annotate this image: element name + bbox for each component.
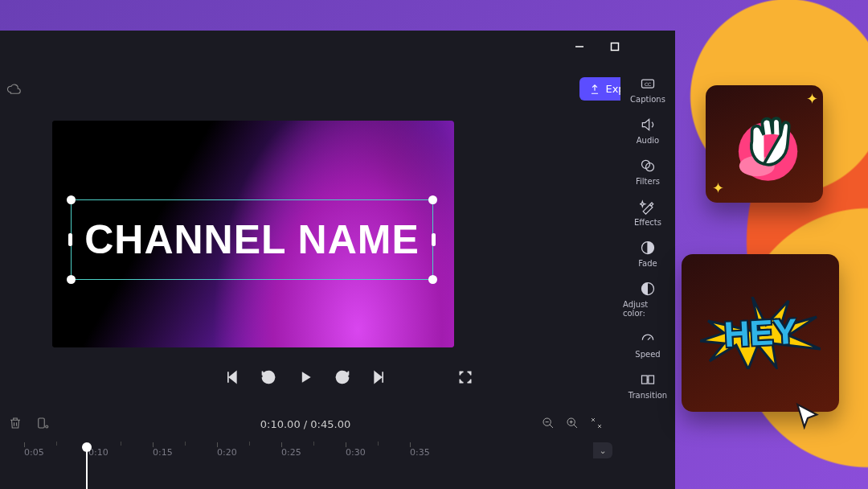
resize-handle-tr[interactable] bbox=[428, 195, 437, 204]
hey-text: HEY bbox=[723, 311, 798, 355]
cursor-icon bbox=[794, 402, 821, 433]
side-item-speed[interactable]: Speed bbox=[623, 331, 673, 359]
side-label: Fade bbox=[638, 259, 657, 268]
selected-text[interactable]: CHANNEL NAME bbox=[84, 216, 420, 263]
collapse-panel-button[interactable]: ⌄ bbox=[593, 442, 612, 458]
total-time: 0:45.00 bbox=[310, 418, 350, 430]
ruler-tick: 0:35 bbox=[410, 447, 430, 458]
current-time: 0:10.00 bbox=[260, 418, 301, 430]
svg-line-19 bbox=[648, 337, 650, 339]
zoom-in-button[interactable] bbox=[566, 417, 579, 432]
fullscreen-button[interactable] bbox=[457, 368, 474, 386]
svg-rect-21 bbox=[649, 376, 654, 384]
time-bar: 0:10.00 / 0:45.00 bbox=[0, 412, 611, 436]
ruler-tick: 0:20 bbox=[217, 447, 237, 458]
svg-point-5 bbox=[46, 425, 48, 428]
waving-hand-icon bbox=[720, 100, 809, 188]
svg-line-7 bbox=[550, 425, 553, 428]
ruler-tick: 0:05 bbox=[24, 447, 44, 458]
zoom-out-button[interactable] bbox=[542, 417, 555, 432]
resize-handle-mr[interactable] bbox=[432, 233, 436, 246]
text-selection-box[interactable]: CHANNEL NAME bbox=[71, 199, 433, 280]
side-item-filters[interactable]: Filters bbox=[623, 158, 673, 186]
side-label: Filters bbox=[636, 177, 660, 186]
side-item-captions[interactable]: CC Captions bbox=[623, 76, 673, 104]
side-item-effects[interactable]: Effects bbox=[623, 199, 673, 227]
ruler-tick: 0:30 bbox=[346, 447, 366, 458]
resize-handle-ml[interactable] bbox=[68, 233, 72, 246]
forward-5-button[interactable]: 5 bbox=[334, 368, 351, 386]
svg-rect-4 bbox=[39, 418, 45, 428]
split-button[interactable] bbox=[35, 416, 50, 433]
side-item-fade[interactable]: Fade bbox=[623, 240, 673, 268]
svg-rect-20 bbox=[642, 376, 648, 384]
minimize-button[interactable] bbox=[572, 39, 587, 54]
cloud-sync-icon[interactable] bbox=[6, 82, 21, 100]
svg-rect-1 bbox=[612, 43, 619, 51]
side-item-transition[interactable]: Transition bbox=[623, 372, 673, 400]
sparkle-icon: ✦ bbox=[712, 179, 724, 196]
playhead[interactable] bbox=[86, 444, 88, 489]
play-button[interactable] bbox=[297, 368, 314, 386]
playback-controls: 5 5 bbox=[0, 359, 611, 396]
svg-text:CC: CC bbox=[645, 82, 651, 87]
sticker-waving-hand[interactable]: ✦ ✦ bbox=[706, 85, 823, 203]
skip-forward-button[interactable] bbox=[371, 368, 388, 386]
ruler-tick: 0:25 bbox=[281, 447, 301, 458]
ruler-tick: 0:15 bbox=[153, 447, 173, 458]
side-label: Captions bbox=[630, 95, 665, 104]
time-display: 0:10.00 / 0:45.00 bbox=[260, 418, 350, 430]
fit-timeline-button[interactable] bbox=[590, 417, 603, 432]
side-item-audio[interactable]: Audio bbox=[623, 117, 673, 145]
rewind-5-button[interactable]: 5 bbox=[260, 368, 277, 386]
svg-line-10 bbox=[574, 425, 577, 428]
side-label: Speed bbox=[635, 350, 660, 359]
side-label: Effects bbox=[634, 218, 661, 227]
app-window: Export 16:9 CHANNEL NAME 5 5 0:10.00 bbox=[0, 31, 675, 489]
side-label: Audio bbox=[637, 136, 659, 145]
sticker-hey[interactable]: HEY bbox=[682, 254, 839, 412]
ruler-tick: 0:10 bbox=[88, 447, 108, 458]
resize-handle-br[interactable] bbox=[428, 275, 437, 284]
timeline-ruler[interactable]: 0:05 0:10 0:15 0:20 0:25 0:30 0:35 bbox=[0, 442, 611, 466]
resize-handle-bl[interactable] bbox=[67, 275, 76, 284]
resize-handle-tl[interactable] bbox=[67, 195, 76, 204]
sparkle-icon: ✦ bbox=[806, 90, 818, 107]
side-item-adjust-colors[interactable]: Adjust color: bbox=[623, 281, 673, 318]
side-label: Transition bbox=[628, 391, 667, 400]
delete-button[interactable] bbox=[8, 416, 23, 433]
side-label: Adjust color: bbox=[623, 300, 673, 318]
skip-back-button[interactable] bbox=[223, 368, 240, 386]
side-panel: CC Captions Audio Filters Effects Fade A… bbox=[620, 31, 675, 489]
